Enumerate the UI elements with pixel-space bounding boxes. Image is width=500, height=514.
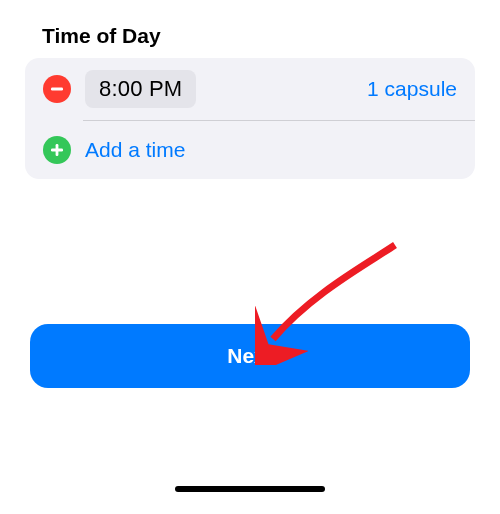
next-button[interactable]: Next bbox=[30, 324, 470, 388]
schedule-card: 8:00 PM 1 capsule Add a time bbox=[25, 58, 475, 179]
svg-rect-0 bbox=[51, 88, 63, 91]
next-button-label: Next bbox=[227, 344, 273, 368]
schedule-row: 8:00 PM 1 capsule bbox=[25, 58, 475, 120]
time-picker[interactable]: 8:00 PM bbox=[85, 70, 196, 108]
add-time-row[interactable]: Add a time bbox=[25, 121, 475, 179]
home-indicator[interactable] bbox=[175, 486, 325, 492]
remove-icon[interactable] bbox=[43, 75, 71, 103]
plus-icon bbox=[43, 136, 71, 164]
dose-selector[interactable]: 1 capsule bbox=[367, 77, 457, 101]
svg-rect-2 bbox=[51, 149, 63, 152]
section-title: Time of Day bbox=[0, 0, 500, 58]
add-time-label: Add a time bbox=[85, 138, 185, 162]
